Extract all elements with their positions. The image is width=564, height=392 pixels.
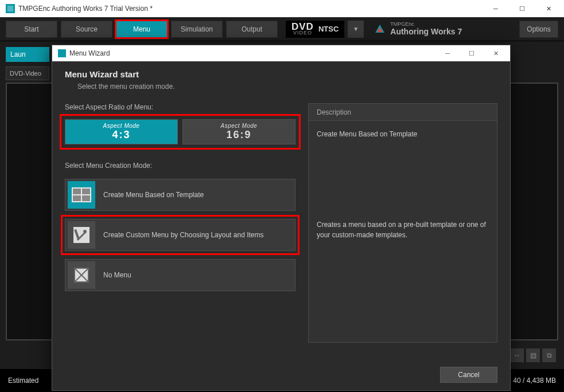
main-toolbar: Start Source Menu Simulation Output DVD … xyxy=(0,17,564,41)
svg-rect-9 xyxy=(82,195,90,201)
main-window-title: TMPGEnc Authoring Works 7 Trial Version … xyxy=(18,5,483,13)
description-header: Description xyxy=(309,104,497,121)
wizard-header: Menu Wizard start Select the menu creati… xyxy=(65,69,497,91)
tab-output[interactable]: Output xyxy=(226,21,278,38)
brand-logo-icon xyxy=(374,23,386,35)
wizard-heading: Menu Wizard start xyxy=(65,69,497,79)
mode-custom-label: Create Custom Menu by Choosing Layout an… xyxy=(103,231,263,239)
wizard-titlebar: Menu Wizard ─ ☐ ✕ xyxy=(52,45,510,61)
cancel-button[interactable]: Cancel xyxy=(440,367,497,383)
tab-start[interactable]: Start xyxy=(6,21,57,38)
wizard-footer: Cancel xyxy=(52,359,510,390)
tab-simulation[interactable]: Simulation xyxy=(171,21,223,38)
wizard-close-button[interactable]: ✕ xyxy=(484,45,508,61)
aspect-4-3-button[interactable]: Aspect Mode 4:3 xyxy=(65,119,178,144)
aspect-16-9-button[interactable]: Aspect Mode 16:9 xyxy=(182,119,295,144)
mode-template-label: Create Menu Based on Template xyxy=(103,191,204,199)
brand-area: TMPGEnc Authoring Works 7 xyxy=(374,22,462,36)
fit-width-icon[interactable]: ↔ xyxy=(510,348,524,362)
dvd-video-tab[interactable]: DVD-Video xyxy=(6,66,49,80)
wizard-minimize-button[interactable]: ─ xyxy=(435,45,460,61)
close-button[interactable]: ✕ xyxy=(535,0,562,17)
mode-custom-option[interactable]: Create Custom Menu by Choosing Layout an… xyxy=(65,219,295,251)
wizard-icon xyxy=(58,49,66,57)
no-menu-icon xyxy=(68,261,95,289)
svg-rect-6 xyxy=(73,189,81,194)
maximize-button[interactable]: ☐ xyxy=(509,0,535,17)
aspect-16-9-value: 16:9 xyxy=(226,129,251,141)
tab-source[interactable]: Source xyxy=(61,21,112,38)
svg-point-11 xyxy=(83,230,87,233)
aspect-ratio-group: Aspect Mode 4:3 Aspect Mode 16:9 xyxy=(65,119,295,144)
size-info: 40 / 4,438 MB xyxy=(513,377,556,385)
mode-none-option[interactable]: No Menu xyxy=(65,259,295,291)
description-body: Creates a menu based on a pre-built temp… xyxy=(317,219,489,240)
main-titlebar: TMPGEnc Authoring Works 7 Trial Version … xyxy=(0,0,564,17)
app-icon xyxy=(6,4,15,13)
creation-mode-label: Select Menu Creation Mode: xyxy=(65,162,295,170)
brand-line2: Authoring Works 7 xyxy=(390,28,462,36)
description-title: Create Menu Based on Template xyxy=(317,129,489,139)
mode-none-label: No Menu xyxy=(103,271,131,279)
svg-rect-4 xyxy=(58,49,66,57)
aspect-ratio-label: Select Aspect Ratio of Menu: xyxy=(65,103,295,111)
format-region: NTSC xyxy=(318,25,339,33)
launch-button[interactable]: Laun xyxy=(6,47,49,62)
estimated-label: Estimated xyxy=(8,377,38,385)
layout-icon[interactable]: ▤ xyxy=(526,348,540,362)
svg-rect-1 xyxy=(7,6,13,11)
wizard-title: Menu Wizard xyxy=(69,49,435,57)
wizard-subheading: Select the menu creation mode. xyxy=(65,83,497,91)
menu-wizard-dialog: Menu Wizard ─ ☐ ✕ Menu Wizard start Sele… xyxy=(52,45,511,391)
mode-template-option[interactable]: Create Menu Based on Template xyxy=(65,179,295,211)
tab-menu[interactable]: Menu xyxy=(116,21,168,38)
svg-rect-8 xyxy=(73,195,81,201)
format-dropdown-button[interactable]: ▼ xyxy=(348,21,364,38)
aspect-mode-label: Aspect Mode xyxy=(221,123,258,129)
aspect-4-3-value: 4:3 xyxy=(112,129,130,141)
minimize-button[interactable]: ─ xyxy=(483,0,509,17)
description-panel: Description Create Menu Based on Templat… xyxy=(308,103,497,343)
aspect-mode-label: Aspect Mode xyxy=(103,123,140,129)
template-icon xyxy=(68,181,95,209)
tools-icon xyxy=(68,221,95,249)
wizard-maximize-button[interactable]: ☐ xyxy=(460,45,484,61)
window-controls: ─ ☐ ✕ xyxy=(483,0,562,17)
options-button[interactable]: Options xyxy=(519,21,558,38)
svg-rect-7 xyxy=(82,189,90,194)
format-video-label: VIDEO xyxy=(293,31,312,36)
copy-icon[interactable]: ⧉ xyxy=(542,348,556,362)
format-display: DVD VIDEO NTSC xyxy=(286,21,344,38)
